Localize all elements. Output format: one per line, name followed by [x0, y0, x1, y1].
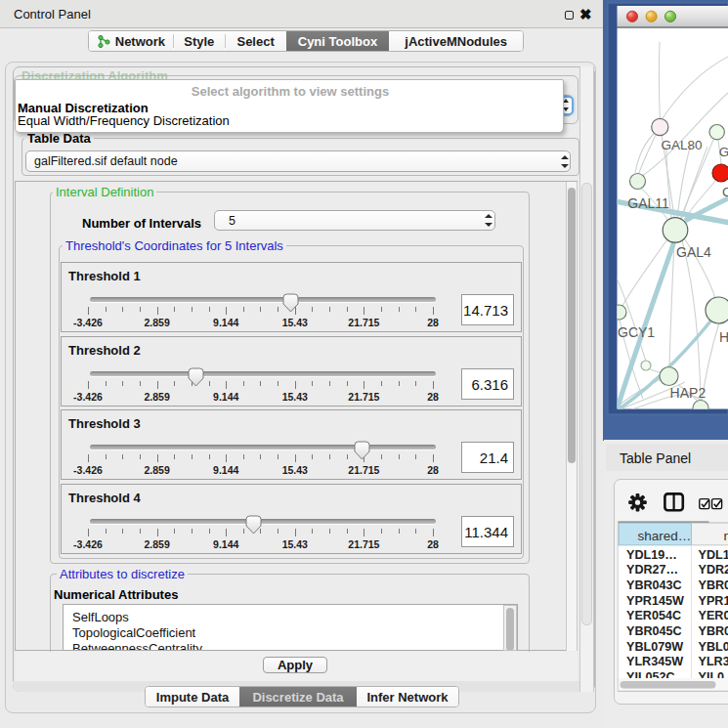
svg-text:C: C	[722, 185, 728, 199]
svg-text:YDR2: YDR2	[699, 563, 728, 577]
svg-text:shared…: shared…	[637, 529, 691, 543]
svg-text:n: n	[724, 529, 728, 543]
svg-text:H: H	[719, 329, 728, 345]
svg-text:YDL19…: YDL19…	[626, 548, 677, 562]
svg-text:G.: G.	[719, 145, 728, 159]
svg-text:YBL079W: YBL079W	[626, 640, 683, 654]
svg-text:YDL1: YDL1	[699, 548, 728, 562]
svg-text:YBR043C: YBR043C	[626, 578, 682, 592]
svg-text:GAL11: GAL11	[627, 195, 669, 211]
svg-text:YBR0: YBR0	[699, 624, 728, 638]
svg-text:HAP2: HAP2	[670, 385, 707, 401]
svg-text:YBR0: YBR0	[699, 578, 728, 592]
svg-text:YBR045C: YBR045C	[626, 624, 682, 638]
svg-text:YER054C: YER054C	[626, 609, 681, 622]
svg-text:YLR3: YLR3	[699, 655, 728, 668]
svg-text:YLR345W: YLR345W	[626, 655, 683, 668]
svg-text:GCY1: GCY1	[618, 324, 655, 340]
svg-text:YPR145W: YPR145W	[626, 594, 684, 608]
svg-text:GAL4: GAL4	[676, 244, 711, 260]
svg-text:YBL0: YBL0	[699, 640, 728, 654]
svg-text:GAL80: GAL80	[662, 138, 703, 152]
svg-text:YER0: YER0	[699, 609, 728, 622]
svg-text:YPR1: YPR1	[699, 594, 728, 608]
svg-text:YDR27…: YDR27…	[626, 563, 678, 577]
